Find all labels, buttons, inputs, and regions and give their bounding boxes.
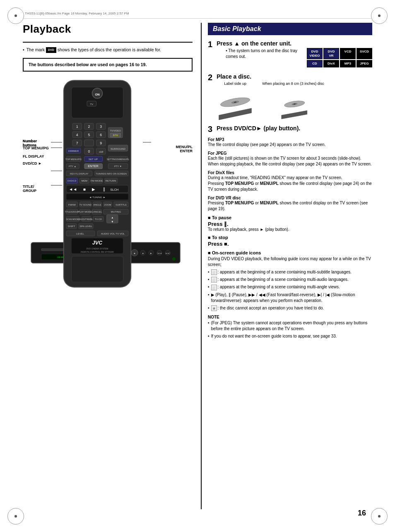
disc-badge-svcd: SVCD bbox=[356, 48, 372, 59]
disc-badge-dvd-video: DVDVIDEO bbox=[307, 48, 323, 59]
for-dvdvr-body: Pressing TOP MENU/PG or MENU/PL shows th… bbox=[208, 200, 372, 212]
for-mp3-body: The file control display (see page 24) a… bbox=[208, 142, 372, 148]
svg-text:FM/AM: FM/AM bbox=[68, 204, 76, 206]
disc-type-grid: DVDVIDEO DVDVR VCD SVCD CD DivX MP3 JPEG bbox=[307, 48, 372, 69]
for-divx-title: For DivX files bbox=[208, 170, 372, 175]
svg-text:‖: ‖ bbox=[103, 187, 105, 191]
svg-text:STH: STH bbox=[113, 134, 118, 137]
svg-text:BASS/TREBLE: BASS/TREBLE bbox=[79, 218, 95, 220]
guide-item-1: • ⬜: appears at the beginning of a scene… bbox=[208, 269, 372, 275]
step-1-title: Press ▲ on the center unit. bbox=[217, 40, 372, 47]
remote-control-area: ON TV 1 2 3 4 5 6 bbox=[23, 78, 193, 235]
subtitle-icon: ⬜ bbox=[211, 269, 217, 275]
dvd-mark-note: • The mark DVD shows the types of discs … bbox=[23, 47, 193, 53]
for-mp3: For MP3 The file control display (see pa… bbox=[208, 137, 372, 148]
svg-text:PTY ▲: PTY ▲ bbox=[69, 165, 76, 168]
svg-text:SUBTITLE: SUBTITLE bbox=[116, 204, 127, 206]
stop-heading: ■ To stop bbox=[208, 235, 372, 240]
corner-decoration-br bbox=[371, 508, 388, 525]
svg-point-131 bbox=[172, 257, 176, 261]
svg-text:|◄◄: |◄◄ bbox=[157, 252, 161, 254]
note-title: NOTE bbox=[208, 314, 372, 320]
svg-text:SHIFT: SHIFT bbox=[67, 225, 75, 228]
page-title: Playback bbox=[23, 23, 193, 36]
svg-text:SURROUND: SURROUND bbox=[111, 147, 126, 150]
svg-text:PTY ▼: PTY ▼ bbox=[114, 165, 122, 168]
title-divider bbox=[23, 42, 193, 43]
for-dvdvr: For DVD VR disc Pressing TOP MENU/PG or … bbox=[208, 196, 372, 212]
svg-rect-110 bbox=[72, 256, 123, 282]
for-jpeg: For JPEG Each file (still pictures) is s… bbox=[208, 151, 372, 167]
guide-intro: During DVD VIDEO playback, the following… bbox=[208, 256, 372, 268]
remote-image: ON TV 1 2 3 4 5 6 bbox=[56, 78, 139, 295]
step-2-number: 2 bbox=[208, 73, 212, 81]
disc-normal-svg bbox=[217, 87, 254, 120]
svg-text:SCAN MODE: SCAN MODE bbox=[66, 218, 79, 220]
svg-text:REMOTE CONTROL RM-STH533R: REMOTE CONTROL RM-STH533R bbox=[81, 250, 114, 253]
svg-text:DIMMER: DIMMER bbox=[68, 149, 79, 152]
svg-text:TUN/RDS·INFO  ON SCREEN: TUN/RDS·INFO ON SCREEN bbox=[96, 173, 127, 175]
svg-text:LEVEL: LEVEL bbox=[76, 232, 84, 235]
left-column: Playback • The mark DVD shows the types … bbox=[23, 23, 201, 509]
svg-text:7: 7 bbox=[76, 141, 78, 145]
guide-item-5: • ⊘: the disc cannot accept an operation… bbox=[208, 305, 372, 311]
for-jpeg-title: For JPEG bbox=[208, 151, 372, 156]
to-stop: ■ To stop Press ■. bbox=[208, 235, 372, 247]
svg-text:CANCEL: CANCEL bbox=[92, 210, 102, 213]
note-list: • (For JPEG) The system cannot accept op… bbox=[208, 320, 372, 339]
svg-text:SLCH: SLCH bbox=[110, 187, 118, 191]
svg-rect-30 bbox=[84, 140, 94, 146]
svg-text:+10: +10 bbox=[99, 150, 103, 153]
pause-body: To return to playback, press ► (play but… bbox=[208, 227, 372, 232]
pause-heading: ■ To pause bbox=[208, 215, 372, 220]
corner-decoration-tr bbox=[371, 7, 388, 24]
to-pause: ■ To pause Press ‖. To return to playbac… bbox=[208, 215, 372, 232]
svg-text:SPK-LEVEL: SPK-LEVEL bbox=[79, 225, 92, 228]
svg-text:RETURN: RETURN bbox=[105, 179, 116, 182]
note-item-2: • If you do not want the on-screen guide… bbox=[208, 333, 372, 339]
corner-decoration-tl bbox=[7, 7, 24, 24]
step-1-body: • The system turns on and the disc tray … bbox=[226, 48, 301, 60]
audio-icon: ⬜ bbox=[211, 277, 217, 283]
header-divider bbox=[23, 18, 372, 19]
for-mp3-title: For MP3 bbox=[208, 137, 372, 142]
svg-text:MUTING: MUTING bbox=[111, 210, 121, 213]
svg-text:◄ TUNING ►: ◄ TUNING ► bbox=[89, 196, 106, 199]
disc-badge-mp3: MP3 bbox=[340, 60, 356, 67]
svg-text:2: 2 bbox=[88, 125, 90, 129]
guide-items-list: • ⬜: appears at the beginning of a scene… bbox=[208, 269, 372, 311]
guide-item-3: • ⬜: appears at the beginning of a scene… bbox=[208, 284, 372, 290]
for-dvdvr-title: For DVD VR disc bbox=[208, 196, 372, 200]
guide-heading: ■ On-screen guide icons bbox=[208, 250, 372, 255]
svg-text:SET UP: SET UP bbox=[89, 158, 98, 161]
svg-text:ANGLE: ANGLE bbox=[93, 204, 101, 206]
guide-icons-section: ■ On-screen guide icons During DVD VIDEO… bbox=[208, 250, 372, 311]
svg-text:3: 3 bbox=[100, 125, 102, 129]
label-top-menu: TOP MENU/PG bbox=[23, 146, 49, 150]
svg-text:1: 1 bbox=[76, 125, 78, 129]
step-3: 3 Press DVD/CD► (play button). bbox=[208, 125, 372, 133]
for-divx-body: During a readout time, "READING INDEX" m… bbox=[208, 175, 372, 192]
svg-text:DVD/CD: DVD/CD bbox=[67, 180, 77, 182]
notice-box: The buttons described below are used on … bbox=[23, 58, 193, 72]
svg-text:JVC: JVC bbox=[92, 240, 103, 245]
svg-text:SETTINGS/MENU/PL: SETTINGS/MENU/PL bbox=[107, 158, 130, 161]
corner-decoration-bl bbox=[7, 508, 24, 525]
label-dvd-cd: DVD/CD ► bbox=[23, 161, 42, 165]
no-op-icon: ⊘ bbox=[211, 305, 217, 311]
stop-press: Press ■. bbox=[208, 241, 372, 247]
label-title-group: TITLE/GROUP bbox=[23, 185, 36, 193]
svg-text:■: ■ bbox=[83, 187, 86, 191]
svg-text:TOP MENU/PG: TOP MENU/PG bbox=[65, 158, 82, 161]
svg-text:AUDIO VOL TV VOL: AUDIO VOL TV VOL bbox=[101, 232, 125, 235]
svg-text:◄◄: ◄◄ bbox=[69, 187, 77, 191]
right-column: Basic Playback 1 Press ▲ on the center u… bbox=[201, 23, 372, 509]
svg-text:ENTER: ENTER bbox=[88, 164, 99, 168]
for-jpeg-body: Each file (still pictures) is shown on t… bbox=[208, 156, 372, 167]
header-line: THS53-11[B]-05basic.fm Page 16 Monday, F… bbox=[25, 12, 370, 15]
page-number: 16 bbox=[358, 509, 366, 518]
step-2-title: Place a disc. bbox=[217, 73, 372, 80]
svg-text:PLAY MODE: PLAY MODE bbox=[78, 211, 92, 213]
svg-text:9: 9 bbox=[100, 141, 102, 145]
svg-text:ZOOM: ZOOM bbox=[104, 204, 111, 206]
